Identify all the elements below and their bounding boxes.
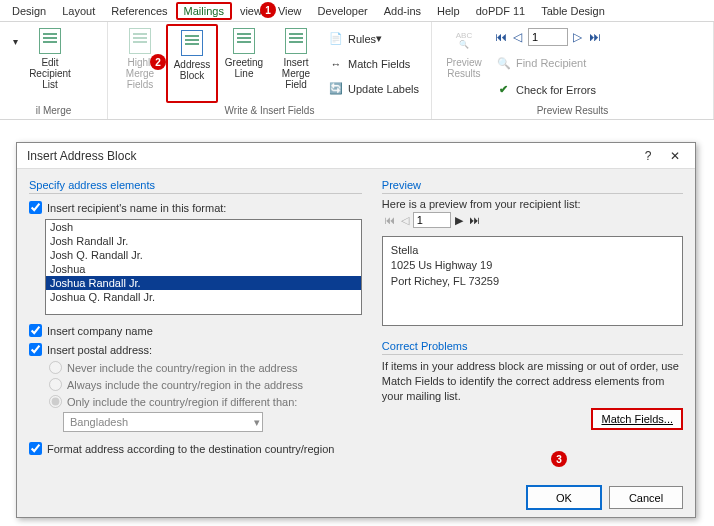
check-for-errors-button[interactable]: ✔Check for Errors <box>494 81 602 99</box>
nav-first[interactable]: ⏮ <box>494 30 508 44</box>
preview-nav: ⏮ ◁ ▷ ⏭ <box>494 28 602 46</box>
greeting-line-button[interactable]: Greeting Line <box>218 24 270 103</box>
callout-3: 3 <box>551 451 567 467</box>
insert-merge-field-icon <box>283 28 309 54</box>
correct-heading: Correct Problems <box>382 340 683 355</box>
preview-next[interactable]: ▶ <box>453 214 465 227</box>
preview-heading: Preview <box>382 179 683 194</box>
list-item[interactable]: Joshua Q. Randall Jr. <box>46 290 361 304</box>
name-format-list[interactable]: Josh Josh Randall Jr. Josh Q. Randall Jr… <box>45 219 362 315</box>
match-fields-button[interactable]: ↔Match Fields <box>326 55 421 73</box>
insert-name-checkbox[interactable]: Insert recipient's name in this format: <box>29 201 362 214</box>
cancel-button[interactable]: Cancel <box>609 486 683 509</box>
list-item[interactable]: Joshua Randall Jr. <box>46 276 361 290</box>
correct-text: If items in your address block are missi… <box>382 359 683 404</box>
update-labels-button[interactable]: 🔄Update Labels <box>326 80 421 98</box>
format-by-destination-checkbox[interactable]: Format address according to the destinat… <box>29 442 362 455</box>
radio-never[interactable]: Never include the country/region in the … <box>49 361 362 374</box>
nav-last[interactable]: ⏭ <box>588 30 602 44</box>
tab-references[interactable]: References <box>103 2 175 20</box>
dialog-close[interactable]: ✕ <box>661 149 689 163</box>
list-item[interactable]: Josh Randall Jr. <box>46 234 361 248</box>
edit-recipient-list-button[interactable]: Edit Recipient List <box>24 24 76 103</box>
insert-merge-field-button[interactable]: Insert Merge Field <box>270 24 322 103</box>
preview-first[interactable]: ⏮ <box>382 214 397 226</box>
find-recipient-button[interactable]: 🔍Find Recipient <box>494 54 602 72</box>
tab-dopdf[interactable]: doPDF 11 <box>468 2 534 20</box>
find-icon: 🔍 <box>496 55 512 71</box>
nav-index-input[interactable] <box>528 28 568 46</box>
radio-always[interactable]: Always include the country/region in the… <box>49 378 362 391</box>
check-icon: ✔ <box>496 82 512 98</box>
rules-icon: 📄 <box>328 31 344 47</box>
list-item[interactable]: Josh Q. Randall Jr. <box>46 248 361 262</box>
nav-prev[interactable]: ◁ <box>511 30 525 44</box>
tab-design[interactable]: Design <box>4 2 54 20</box>
preview-index-input[interactable] <box>413 212 451 228</box>
list-item[interactable]: Josh <box>46 220 361 234</box>
highlight-icon <box>127 28 153 54</box>
tab-developer[interactable]: Developer <box>310 2 376 20</box>
tab-table-design[interactable]: Table Design <box>533 2 613 20</box>
tab-help[interactable]: Help <box>429 2 468 20</box>
dialog-help[interactable]: ? <box>635 149 661 163</box>
callout-1: 1 <box>260 2 276 18</box>
insert-company-checkbox[interactable]: Insert company name <box>29 324 362 337</box>
match-fields-icon: ↔ <box>328 56 344 72</box>
group-preview-label: Preview Results <box>438 103 707 119</box>
edit-recipient-icon <box>37 28 63 54</box>
preview-box: Stella 1025 Us Highway 19 Port Richey, F… <box>382 236 683 326</box>
radio-only[interactable]: Only include the country/region if diffe… <box>49 395 362 408</box>
rules-button[interactable]: 📄Rules ▾ <box>326 30 421 48</box>
preview-last[interactable]: ⏭ <box>467 214 482 226</box>
match-fields-dialog-button[interactable]: Match Fields... <box>591 408 683 430</box>
tab-addins[interactable]: Add-ins <box>376 2 429 20</box>
ok-button[interactable]: OK <box>527 486 601 509</box>
insert-postal-checkbox[interactable]: Insert postal address: <box>29 343 362 356</box>
preview-prev[interactable]: ◁ <box>399 214 411 227</box>
country-combo[interactable]: Bangladesh▾ <box>63 412 263 432</box>
dialog-title: Insert Address Block <box>27 149 136 163</box>
preview-results-button[interactable]: ABC🔍 Preview Results <box>438 24 490 103</box>
tab-layout[interactable]: Layout <box>54 2 103 20</box>
nav-next[interactable]: ▷ <box>571 30 585 44</box>
list-item[interactable]: Joshua <box>46 262 361 276</box>
update-labels-icon: 🔄 <box>328 81 344 97</box>
chevron-down-icon: ▾ <box>254 416 260 429</box>
address-block-button[interactable]: Address Block <box>166 24 218 103</box>
callout-2: 2 <box>150 54 166 70</box>
group-start-label: il Merge <box>6 103 101 119</box>
address-block-icon <box>179 30 205 56</box>
preview-subtitle: Here is a preview from your recipient li… <box>382 198 683 210</box>
start-split[interactable]: ▾ <box>6 24 24 103</box>
specify-heading: Specify address elements <box>29 179 362 194</box>
group-write-label: Write & Insert Fields <box>114 103 425 119</box>
greeting-line-icon <box>231 28 257 54</box>
insert-address-block-dialog: Insert Address Block ? ✕ Specify address… <box>16 142 696 518</box>
tab-mailings[interactable]: Mailings <box>176 2 232 20</box>
preview-results-icon: ABC🔍 <box>451 28 477 54</box>
